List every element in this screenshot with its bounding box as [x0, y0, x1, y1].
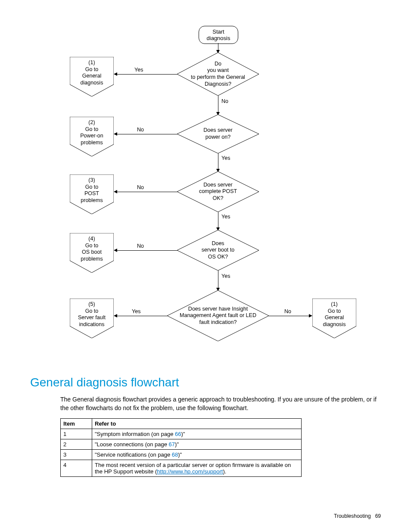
page-link[interactable]: 68 — [172, 451, 178, 458]
start-node: Start diagnosis — [199, 26, 238, 44]
arrowhead — [114, 249, 117, 252]
offpage-label: (5) Go to Server fault indications — [78, 301, 106, 328]
edge-label: Yes — [221, 155, 230, 161]
offpage-label: (1) Go to General diagnosis — [81, 59, 103, 87]
decision-label: Does server boot to OS OK? — [202, 240, 234, 261]
edge-label: Yes — [221, 273, 230, 279]
decision-os-boot: Does server boot to OS OK? — [177, 230, 259, 271]
decision-label: Does server have Insight Management Agen… — [178, 306, 258, 326]
table-cell-refer: "Symptom information (on page 66)" — [92, 429, 302, 439]
edge-label: Yes — [132, 308, 140, 314]
edge-label: No — [137, 127, 144, 133]
decision-label: Does server power on? — [203, 127, 232, 140]
flowchart: Start diagnosis Do you want to perform t… — [30, 26, 383, 370]
offpage-general-diagnosis-2: (1) Go to General diagnosis — [312, 299, 356, 338]
section-heading: General diagnosis flowchart — [30, 376, 381, 389]
edge — [116, 192, 177, 192]
arrowhead — [114, 72, 117, 76]
offpage-post: (3) Go to POST problems — [70, 174, 114, 214]
table-cell-item: 2 — [61, 439, 92, 450]
arrowhead — [309, 314, 312, 317]
arrowhead — [114, 314, 117, 317]
edge — [218, 212, 218, 228]
decision-insight-fault: Does server have Insight Management Agen… — [167, 290, 269, 341]
decision-general-diagnosis: Do you want to perform the General Diagn… — [177, 53, 259, 96]
edge-label: Yes — [134, 67, 143, 73]
footer-section: Troubleshooting — [334, 513, 371, 519]
start-label: Start diagnosis — [207, 28, 230, 41]
footer-page-number: 69 — [375, 513, 381, 519]
table-cell-item: 1 — [61, 429, 92, 439]
decision-power-on: Does server power on? — [177, 115, 259, 153]
edge — [116, 134, 177, 134]
edge-label: Yes — [221, 214, 230, 220]
edge-label: No — [137, 184, 144, 190]
arrowhead — [114, 132, 117, 136]
table-cell-item: 3 — [61, 450, 92, 460]
edge — [218, 153, 218, 170]
edge-label: No — [221, 98, 228, 104]
page-link[interactable]: 67 — [169, 441, 175, 448]
table-header-item: Item — [61, 419, 92, 429]
external-link[interactable]: http://www.hp.com/support — [157, 468, 223, 475]
table-row: 4 The most recent version of a particula… — [61, 460, 302, 477]
offpage-server-fault: (5) Go to Server fault indications — [70, 299, 114, 338]
edge — [116, 316, 167, 316]
table-cell-refer: The most recent version of a particular … — [92, 460, 302, 477]
body-paragraph: The General diagnosis flowchart provides… — [60, 395, 381, 412]
table-cell-refer: "Loose connections (on page 67)" — [92, 439, 302, 450]
page-footer: Troubleshooting 69 — [334, 513, 381, 519]
offpage-general-diagnosis-1: (1) Go to General diagnosis — [70, 57, 114, 96]
edge-label: No — [284, 308, 291, 314]
edge — [218, 271, 218, 289]
decision-label: Does server complete POST OK? — [199, 182, 237, 202]
offpage-os-boot: (4) Go to OS boot problems — [70, 233, 114, 273]
edge — [116, 74, 177, 75]
decision-post: Does server complete POST OK? — [177, 171, 259, 212]
page-link[interactable]: 66 — [175, 431, 181, 437]
offpage-power-on: (2) Go to Power-on problems — [70, 117, 114, 156]
arrowhead — [114, 190, 117, 193]
offpage-label: (4) Go to OS boot problems — [81, 236, 103, 263]
edge — [269, 316, 310, 316]
offpage-label: (3) Go to POST problems — [81, 177, 103, 204]
table-cell-refer: "Service notifications (on page 68)" — [92, 450, 302, 460]
offpage-label: (1) Go to General diagnosis — [323, 301, 346, 328]
reference-table: Item Refer to 1 "Symptom information (on… — [60, 418, 302, 477]
decision-label: Do you want to perform the General Diagn… — [191, 61, 245, 88]
table-row: 1 "Symptom information (on page 66)" — [61, 429, 302, 439]
table-header-refer: Refer to — [92, 419, 302, 429]
table-row: 2 "Loose connections (on page 67)" — [61, 439, 302, 450]
table-cell-item: 4 — [61, 460, 92, 477]
edge — [116, 250, 177, 251]
edge — [218, 96, 218, 113]
offpage-label: (2) Go to Power-on problems — [80, 119, 103, 146]
edge-label: No — [137, 243, 144, 249]
table-row: 3 "Service notifications (on page 68)" — [61, 450, 302, 460]
